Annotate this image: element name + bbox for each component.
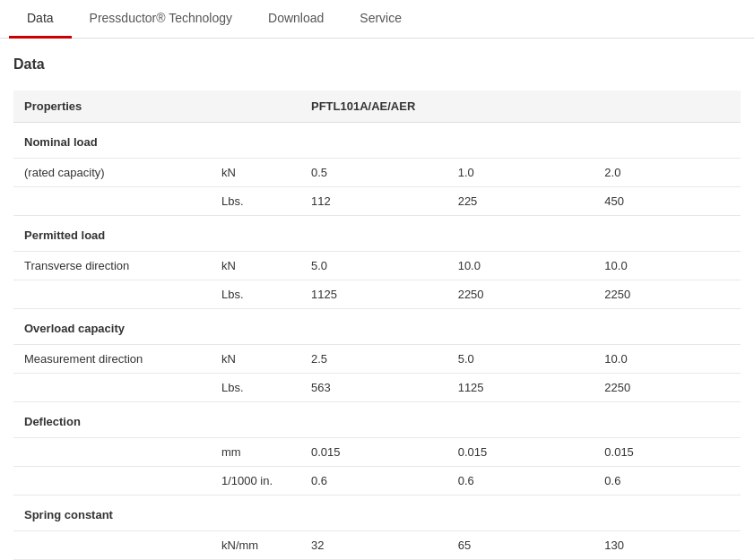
cell-val2: 1125 <box>447 374 594 402</box>
table-row: Transverse direction kN 5.0 10.0 10.0 <box>13 252 741 280</box>
cell-val2: 0.6 <box>447 467 594 495</box>
cell-val1: 1125 <box>300 280 447 309</box>
cell-unit: mm <box>211 438 300 467</box>
cell-val1: 112 <box>300 187 447 216</box>
cell-property <box>13 467 211 495</box>
table-group-header: Nominal load <box>13 123 741 159</box>
cell-val2: 5.0 <box>447 345 594 374</box>
table-row: mm 0.015 0.015 0.015 <box>13 438 741 467</box>
cell-property <box>13 280 211 309</box>
data-table: Properties PFTL101A/AE/AER Nominal load … <box>13 90 741 560</box>
cell-val1: 0.5 <box>300 159 447 187</box>
cell-val2: 225 <box>447 187 594 216</box>
table-row: Lbs. 1125 2250 2250 <box>13 280 741 309</box>
cell-val2: 0.015 <box>447 438 594 467</box>
tab-pressductor[interactable]: Pressductor® Technology <box>72 0 250 39</box>
cell-val3: 450 <box>594 187 741 216</box>
table-group-header: Overload capacity <box>13 309 741 345</box>
cell-unit: Lbs. <box>211 280 300 309</box>
cell-val1: 0.015 <box>300 438 447 467</box>
cell-val2: 10.0 <box>447 252 594 280</box>
cell-val3: 130 <box>594 531 741 560</box>
cell-unit: kN <box>211 252 300 280</box>
cell-val1: 2.5 <box>300 345 447 374</box>
group-label: Overload capacity <box>13 309 741 345</box>
cell-property <box>13 531 211 560</box>
table-row: 1/1000 in. 0.6 0.6 0.6 <box>13 467 741 495</box>
table-row: (rated capacity) kN 0.5 1.0 2.0 <box>13 159 741 187</box>
cell-val3: 2250 <box>594 280 741 309</box>
cell-val3: 2250 <box>594 374 741 402</box>
header-properties: Properties <box>13 90 211 123</box>
cell-val1: 563 <box>300 374 447 402</box>
header-unit <box>211 90 300 123</box>
cell-unit: kN/mm <box>211 531 300 560</box>
cell-val1: 0.6 <box>300 467 447 495</box>
group-label: Deflection <box>13 402 741 438</box>
header-model: PFTL101A/AE/AER <box>300 90 741 123</box>
cell-unit: Lbs. <box>211 187 300 216</box>
tab-navigation: Data Pressductor® Technology Download Se… <box>0 0 754 39</box>
cell-unit: 1/1000 in. <box>211 467 300 495</box>
table-group-header: Spring constant <box>13 495 741 531</box>
cell-val2: 65 <box>447 531 594 560</box>
cell-unit: kN <box>211 345 300 374</box>
table-row: Lbs. 563 1125 2250 <box>13 374 741 402</box>
cell-property: (rated capacity) <box>13 159 211 187</box>
cell-unit: kN <box>211 159 300 187</box>
table-row: kN/mm 32 65 130 <box>13 531 741 560</box>
cell-property <box>13 374 211 402</box>
table-row: Measurement direction kN 2.5 5.0 10.0 <box>13 345 741 374</box>
group-label: Spring constant <box>13 495 741 531</box>
cell-val3: 0.6 <box>594 467 741 495</box>
cell-val1: 32 <box>300 531 447 560</box>
cell-val1: 5.0 <box>300 252 447 280</box>
group-label: Permitted load <box>13 216 741 252</box>
cell-val2: 1.0 <box>447 159 594 187</box>
cell-val2: 2250 <box>447 280 594 309</box>
tab-data[interactable]: Data <box>9 0 72 39</box>
group-label: Nominal load <box>13 123 741 159</box>
table-row: Lbs. 112 225 450 <box>13 187 741 216</box>
cell-property <box>13 187 211 216</box>
cell-val3: 0.015 <box>594 438 741 467</box>
tab-service[interactable]: Service <box>342 0 420 39</box>
page-title: Data <box>13 56 741 73</box>
cell-val3: 2.0 <box>594 159 741 187</box>
cell-property: Transverse direction <box>13 252 211 280</box>
table-header-row: Properties PFTL101A/AE/AER <box>13 90 741 123</box>
cell-unit: Lbs. <box>211 374 300 402</box>
cell-property: Measurement direction <box>13 345 211 374</box>
table-group-header: Permitted load <box>13 216 741 252</box>
page-content: Data Properties PFTL101A/AE/AER Nominal … <box>0 39 754 560</box>
table-group-header: Deflection <box>13 402 741 438</box>
cell-val3: 10.0 <box>594 345 741 374</box>
cell-val3: 10.0 <box>594 252 741 280</box>
cell-property <box>13 438 211 467</box>
tab-download[interactable]: Download <box>250 0 342 39</box>
